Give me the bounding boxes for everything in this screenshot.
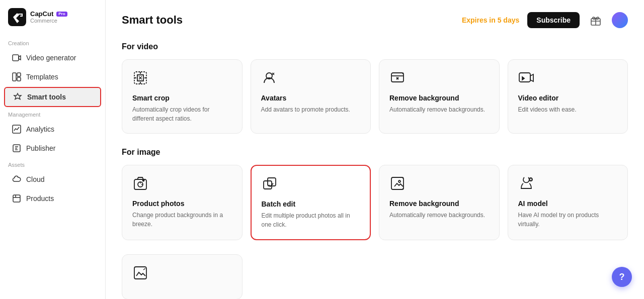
bottom-cards (122, 254, 628, 299)
video-editor-title: Video editor (518, 94, 618, 102)
sidebar-item-publisher-label: Publisher (26, 144, 55, 152)
svg-rect-4 (17, 77, 21, 81)
remove-background-video-title: Remove background (389, 94, 489, 102)
remove-background-image-title: Remove background (389, 200, 489, 208)
management-section-label: Management (0, 108, 105, 120)
cloud-icon (12, 175, 21, 184)
products-icon (12, 194, 21, 203)
gift-icon[interactable] (588, 12, 604, 28)
remove-background-image-icon (389, 175, 408, 193)
ai-model-desc: Have AI model try on products virtually. (518, 211, 618, 229)
smart-tools-icon (13, 92, 22, 102)
expires-text: Expires in 5 days (462, 16, 519, 24)
svg-rect-11 (519, 73, 530, 82)
sidebar-item-smart-tools-label: Smart tools (27, 93, 66, 101)
main-header: Smart tools Expires in 5 days Subscribe (122, 12, 628, 28)
assets-section-label: Assets (0, 158, 105, 170)
ai-model-card[interactable]: AI model Have AI model try on products v… (508, 165, 628, 240)
sidebar-item-video-generator[interactable]: Video generator (4, 49, 101, 67)
smart-crop-card[interactable]: Smart crop Automatically crop videos for… (122, 59, 243, 134)
sidebar-item-analytics[interactable]: Analytics (4, 120, 101, 138)
svg-rect-12 (134, 179, 146, 189)
help-icon: ? (619, 272, 625, 282)
templates-icon (12, 72, 21, 81)
sidebar-item-cloud-label: Cloud (26, 175, 45, 183)
capcut-logo-icon (8, 8, 26, 26)
creation-section-label: Creation (0, 36, 105, 48)
avatars-card[interactable]: Avatars Add avatars to promote products. (251, 59, 371, 134)
logo-text: CapCut Pro Commerce (30, 11, 67, 24)
batch-edit-title: Batch edit (262, 200, 360, 208)
svg-rect-2 (13, 73, 16, 81)
remove-background-image-desc: Automatically remove backgrounds. (389, 211, 489, 220)
subscribe-button[interactable]: Subscribe (527, 12, 580, 28)
main-content: Smart tools Expires in 5 days Subscribe … (106, 0, 644, 299)
for-image-heading: For image (122, 148, 628, 157)
svg-rect-10 (391, 73, 404, 82)
sidebar-item-templates[interactable]: Templates (4, 68, 101, 86)
logo-badge: Pro (56, 12, 67, 17)
header-right: Expires in 5 days Subscribe (462, 12, 628, 28)
smart-crop-title: Smart crop (132, 94, 232, 102)
sidebar: CapCut Pro Commerce Creation Video gener… (0, 0, 106, 299)
remove-background-video-icon (389, 70, 408, 88)
analytics-icon (12, 125, 21, 134)
sidebar-item-analytics-label: Analytics (26, 125, 54, 133)
ai-model-title: AI model (518, 200, 618, 208)
remove-background-video-desc: Automatically remove backgrounds. (389, 105, 489, 114)
bottom-stub-icon (132, 265, 150, 283)
logo: CapCut Pro Commerce (0, 8, 105, 36)
svg-rect-1 (13, 55, 19, 61)
remove-background-video-card[interactable]: Remove background Automatically remove b… (379, 59, 500, 134)
for-video-grid: Smart crop Automatically crop videos for… (122, 59, 628, 134)
page-title: Smart tools (122, 14, 183, 27)
smart-crop-icon (132, 70, 150, 88)
avatar[interactable] (612, 12, 628, 28)
help-button[interactable]: ? (612, 267, 632, 287)
product-photos-desc: Change product backgrounds in a breeze. (132, 211, 232, 229)
publisher-icon (12, 144, 21, 153)
sidebar-item-products-label: Products (26, 194, 54, 203)
video-generator-icon (12, 53, 21, 62)
sidebar-item-video-generator-label: Video generator (26, 54, 76, 62)
bottom-card-stub[interactable] (122, 254, 243, 299)
video-editor-icon (518, 70, 536, 88)
logo-subtitle: Commerce (30, 18, 67, 24)
smart-crop-desc: Automatically crop videos for different … (132, 105, 232, 123)
for-video-heading: For video (122, 42, 628, 51)
avatars-title: Avatars (261, 94, 361, 102)
batch-edit-card[interactable]: Batch edit Edit multiple product photos … (251, 165, 371, 240)
remove-background-image-card[interactable]: Remove background Automatically remove b… (379, 165, 500, 240)
video-editor-desc: Edit videos with ease. (518, 105, 618, 114)
sidebar-item-smart-tools[interactable]: Smart tools (4, 87, 101, 107)
sidebar-item-templates-label: Templates (26, 73, 58, 81)
batch-edit-desc: Edit multiple product photos all in one … (262, 211, 360, 229)
for-image-grid: Product photos Change product background… (122, 165, 628, 240)
video-editor-card[interactable]: Video editor Edit videos with ease. (508, 59, 628, 134)
svg-rect-7 (13, 195, 20, 202)
product-photos-icon (132, 175, 150, 193)
product-photos-title: Product photos (132, 200, 232, 208)
sidebar-item-cloud[interactable]: Cloud (4, 170, 101, 188)
svg-rect-3 (17, 73, 21, 76)
sidebar-item-publisher[interactable]: Publisher (4, 139, 101, 157)
logo-title: CapCut (30, 11, 53, 18)
batch-edit-icon (262, 176, 280, 194)
ai-model-icon (518, 175, 536, 193)
svg-point-14 (143, 180, 144, 181)
avatars-icon (261, 70, 279, 88)
product-photos-card[interactable]: Product photos Change product background… (122, 165, 243, 240)
avatars-desc: Add avatars to promote products. (261, 105, 361, 114)
sidebar-item-products[interactable]: Products (4, 189, 101, 208)
